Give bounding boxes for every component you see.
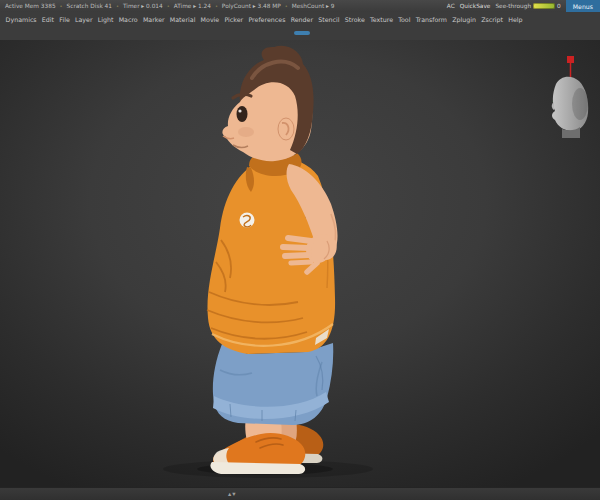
seethrough-value: 0 (557, 3, 561, 9)
menu-macro[interactable]: Macro (116, 16, 140, 23)
tool-preview-thumbnail[interactable] (540, 54, 592, 138)
menu-zscript[interactable]: Zscript (479, 16, 506, 23)
menu-transform[interactable]: Transform (413, 16, 450, 23)
front-shoe (210, 433, 305, 474)
menu-stencil[interactable]: Stencil (316, 16, 342, 23)
status-scratch-disk: Scratch Disk 41 (58, 3, 114, 9)
menu-layer[interactable]: Layer (72, 16, 95, 23)
character-model[interactable] (0, 40, 600, 488)
menu-stroke[interactable]: Stroke (342, 16, 367, 23)
menu-help[interactable]: Help (506, 16, 526, 23)
menu-bar: Dynamics Edit File Layer Light Macro Mar… (0, 12, 600, 26)
seethrough-control: See-through 0 (495, 3, 560, 9)
menu-dynamics[interactable]: Dynamics (3, 16, 39, 23)
shorts (213, 343, 333, 425)
menu-movie[interactable]: Movie (198, 16, 222, 23)
ac-button[interactable]: AC (447, 3, 455, 9)
menu-marker[interactable]: Marker (140, 16, 167, 23)
eye (237, 106, 248, 122)
menu-file[interactable]: File (57, 16, 73, 23)
status-actions: AC QuickSave See-through 0 Menus (447, 0, 600, 12)
status-info: Active Mem 3385 Scratch Disk 41 Timer ▸ … (3, 3, 447, 9)
zbrush-window: Active Mem 3385 Scratch Disk 41 Timer ▸ … (0, 0, 600, 500)
seethrough-label: See-through (495, 3, 531, 9)
menu-render[interactable]: Render (288, 16, 316, 23)
menu-texture[interactable]: Texture (367, 16, 395, 23)
status-timer: Timer ▸ 0.014 (114, 3, 165, 9)
vest-logo (240, 213, 255, 228)
menu-edit[interactable]: Edit (39, 16, 56, 23)
status-atime: ATime ▸ 1.24 (165, 3, 213, 9)
menu-scroll-indicator (294, 31, 310, 35)
quicksave-button[interactable]: QuickSave (460, 3, 491, 9)
menu-material[interactable]: Material (167, 16, 198, 23)
menus-button[interactable]: Menus (566, 0, 600, 12)
seethrough-slider[interactable] (533, 3, 555, 9)
menu-light[interactable]: Light (95, 16, 116, 23)
bottom-bar: ▴▾ (0, 487, 600, 500)
status-bar: Active Mem 3385 Scratch Disk 41 Timer ▸ … (0, 0, 600, 12)
status-polycount: PolyCount ▸ 3.48 MP (213, 3, 283, 9)
ear (278, 118, 294, 140)
divider-handle[interactable]: ▴▾ (228, 489, 237, 499)
preview-head-sculpt (552, 77, 588, 138)
menu-picker[interactable]: Picker (222, 16, 246, 23)
status-meshcount: MeshCount ▸ 9 (283, 3, 337, 9)
menu-zplugin[interactable]: Zplugin (450, 16, 479, 23)
menu-tool[interactable]: Tool (396, 16, 413, 23)
splitter-down-icon: ▾ (232, 490, 236, 498)
menu-substrip (0, 26, 600, 41)
status-active-mem: Active Mem 3385 (3, 3, 58, 9)
menu-preferences[interactable]: Preferences (246, 16, 288, 23)
sculpt-canvas[interactable] (0, 40, 600, 488)
